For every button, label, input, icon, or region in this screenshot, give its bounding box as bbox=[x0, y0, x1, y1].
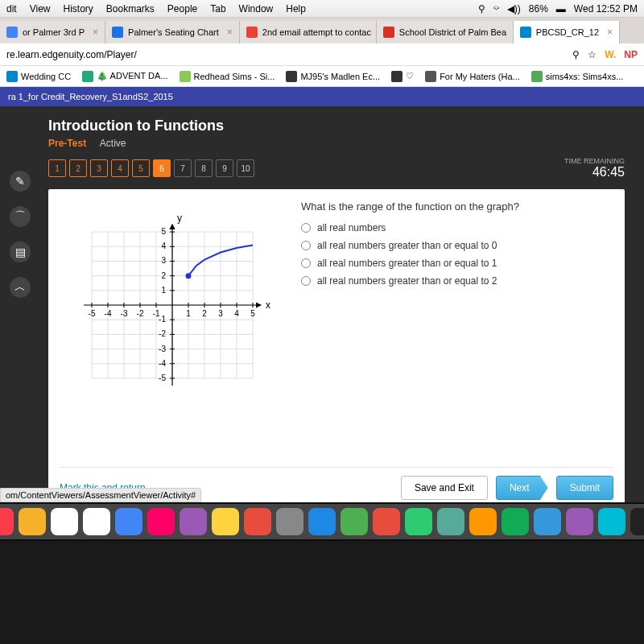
menu-item[interactable]: Tab bbox=[210, 3, 225, 14]
bookmark-icon bbox=[6, 71, 18, 82]
star-icon[interactable]: ☆ bbox=[588, 49, 597, 60]
dock-app-icon[interactable] bbox=[212, 508, 239, 535]
browser-tab[interactable]: School District of Palm Bea× bbox=[377, 21, 514, 43]
browser-tab[interactable]: or Palmer 3rd P× bbox=[0, 21, 105, 43]
radio-icon[interactable] bbox=[301, 258, 311, 268]
browser-tab[interactable]: PBCSD_CR_12× bbox=[514, 21, 620, 43]
browser-tab[interactable]: 2nd email attempt to contac× bbox=[240, 21, 377, 43]
dock-app-icon[interactable] bbox=[0, 508, 14, 535]
headphones-icon[interactable]: ⌒ bbox=[10, 206, 31, 227]
search-icon[interactable]: ⚲ bbox=[572, 49, 580, 60]
answer-option[interactable]: all real numbers greater than or equal t… bbox=[301, 240, 519, 251]
ext-np[interactable]: NP bbox=[624, 49, 638, 60]
svg-text:-4: -4 bbox=[159, 359, 166, 368]
timer: TIME REMAINING 46:45 bbox=[564, 157, 625, 180]
question-nav-item[interactable]: 8 bbox=[195, 159, 213, 177]
answer-option[interactable]: all real numbers greater than or equal t… bbox=[301, 275, 519, 287]
dock-app-icon[interactable] bbox=[437, 508, 464, 535]
menu-item[interactable]: View bbox=[30, 3, 51, 14]
close-icon[interactable]: × bbox=[93, 27, 98, 38]
notes-icon[interactable]: ▤ bbox=[10, 242, 31, 262]
volume-icon[interactable]: ◀)) bbox=[507, 3, 521, 14]
question-nav-item[interactable]: 7 bbox=[174, 159, 192, 177]
question-nav-item[interactable]: 2 bbox=[69, 159, 87, 177]
browser-tab[interactable]: Palmer's Seating Chart× bbox=[105, 21, 240, 43]
bookmark-label: MJ95's Madlen Ec... bbox=[300, 72, 380, 81]
question-nav-item[interactable]: 1 bbox=[48, 159, 66, 177]
menu-item[interactable]: People bbox=[167, 3, 197, 14]
menu-item[interactable]: Bookmarks bbox=[106, 3, 155, 14]
bookmark-item[interactable]: Redhead Sims - Si... bbox=[180, 71, 275, 82]
bookmark-item[interactable]: sims4xs: Sims4xs... bbox=[531, 71, 624, 82]
dock-app-icon[interactable] bbox=[598, 508, 625, 535]
dock-app-icon[interactable] bbox=[19, 508, 46, 535]
menu-item[interactable]: Help bbox=[286, 3, 306, 14]
tab-favicon bbox=[246, 27, 258, 38]
timer-label: TIME REMAINING bbox=[564, 157, 625, 165]
tab-label: PBCSD_CR_12 bbox=[536, 27, 599, 37]
collapse-icon[interactable]: ︿ bbox=[10, 277, 31, 298]
dock-app-icon[interactable] bbox=[308, 508, 336, 535]
active-label: Active bbox=[100, 138, 126, 149]
radio-icon[interactable] bbox=[301, 276, 311, 286]
clock[interactable]: Wed 12:52 PM bbox=[574, 3, 638, 14]
dock-app-icon[interactable] bbox=[630, 508, 644, 535]
dock-app-icon[interactable] bbox=[405, 508, 432, 535]
dock-app-icon[interactable] bbox=[180, 508, 207, 535]
tool-rail: ✎ ⌒ ▤ ︿ bbox=[10, 171, 31, 298]
next-button[interactable]: Next bbox=[496, 476, 548, 500]
question-nav-item[interactable]: 9 bbox=[216, 159, 233, 177]
close-icon[interactable]: × bbox=[227, 27, 233, 38]
submit-button[interactable]: Submit bbox=[556, 476, 613, 500]
menu-item[interactable]: History bbox=[63, 3, 93, 14]
bookmark-item[interactable]: Wedding CC bbox=[6, 71, 71, 82]
question-nav-item[interactable]: 6 bbox=[153, 159, 171, 177]
battery-icon[interactable]: ▬ bbox=[556, 3, 566, 14]
dock-app-icon[interactable] bbox=[502, 508, 529, 535]
menu-item[interactable]: Window bbox=[239, 3, 274, 14]
url-text[interactable]: re.learn.edgenuity.com/Player/ bbox=[6, 49, 137, 60]
answer-option[interactable]: all real numbers greater than or equal t… bbox=[301, 258, 519, 269]
answer-option[interactable]: all real numbers bbox=[301, 222, 519, 233]
svg-text:2: 2 bbox=[202, 309, 207, 318]
bookmark-label: Wedding CC bbox=[21, 72, 71, 81]
bookmark-item[interactable]: MJ95's Madlen Ec... bbox=[286, 71, 380, 82]
radio-icon[interactable] bbox=[301, 223, 311, 233]
dock-app-icon[interactable] bbox=[51, 508, 78, 535]
question-nav-item[interactable]: 10 bbox=[237, 159, 254, 177]
menu-item[interactable]: dit bbox=[6, 3, 17, 14]
dock-app-icon[interactable] bbox=[83, 508, 110, 535]
save-exit-button[interactable]: Save and Exit bbox=[401, 476, 488, 500]
dock-app-icon[interactable] bbox=[566, 508, 593, 535]
svg-text:5: 5 bbox=[161, 227, 166, 236]
question-card: -5-4-3-2-112345-5-4-3-2-112345xy What is… bbox=[48, 189, 625, 511]
ext-w[interactable]: W. bbox=[605, 49, 616, 60]
question-nav-item[interactable]: 5 bbox=[132, 159, 150, 177]
svg-text:-5: -5 bbox=[89, 309, 96, 318]
dock-app-icon[interactable] bbox=[469, 508, 497, 535]
dock-app-icon[interactable] bbox=[534, 508, 561, 535]
dock-app-icon[interactable] bbox=[147, 508, 175, 535]
dock-app-icon[interactable] bbox=[115, 508, 142, 535]
svg-text:-1: -1 bbox=[159, 315, 166, 324]
bookmark-label: sims4xs: Sims4xs... bbox=[546, 72, 624, 81]
bluetooth-icon[interactable]: ⚲ bbox=[478, 3, 485, 14]
tab-label: Palmer's Seating Chart bbox=[128, 27, 219, 37]
close-icon[interactable]: × bbox=[607, 27, 613, 38]
radio-icon[interactable] bbox=[301, 241, 311, 250]
bookmark-item[interactable]: For My Haters (Ha... bbox=[425, 71, 520, 82]
svg-text:y: y bbox=[177, 213, 182, 224]
dock-app-icon[interactable] bbox=[341, 508, 368, 535]
pencil-icon[interactable]: ✎ bbox=[10, 171, 31, 192]
question-nav-item[interactable]: 3 bbox=[90, 159, 108, 177]
dock-app-icon[interactable] bbox=[373, 508, 400, 535]
wifi-icon[interactable]: ⌔ bbox=[493, 3, 499, 14]
dock-app-icon[interactable] bbox=[276, 508, 303, 535]
bookmark-label: 🎄 ADVENT DA... bbox=[97, 71, 167, 81]
svg-text:-3: -3 bbox=[159, 345, 166, 353]
dock-app-icon[interactable] bbox=[244, 508, 271, 535]
question-nav-item[interactable]: 4 bbox=[111, 159, 129, 177]
bookmark-item[interactable]: 🎄 ADVENT DA... bbox=[82, 71, 167, 82]
bookmark-item[interactable]: ♡ bbox=[391, 71, 414, 82]
timer-value: 46:45 bbox=[564, 165, 625, 180]
